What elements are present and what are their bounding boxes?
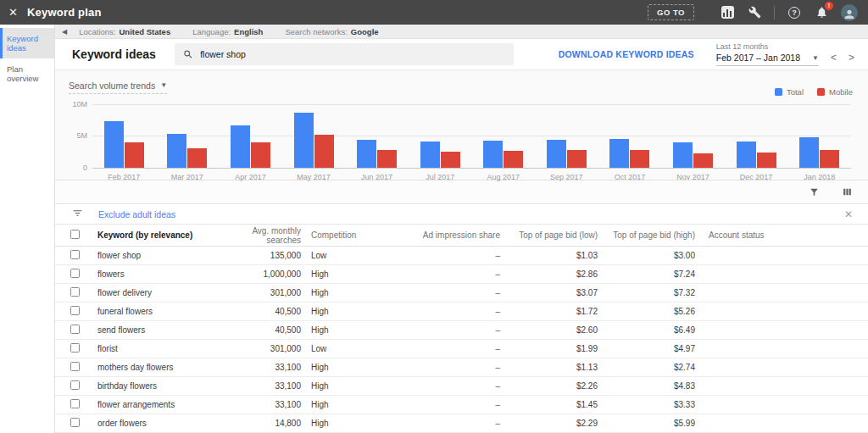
bar-total[interactable] — [737, 142, 756, 168]
cell-bid-low: $2.26 — [500, 381, 598, 391]
cell-competition: High — [301, 269, 377, 279]
reports-icon[interactable] — [720, 5, 735, 20]
page-header: Keyword ideas DOWNLOAD KEYWORD IDEAS Las… — [55, 39, 868, 70]
keyword-search-box[interactable] — [175, 43, 514, 65]
locations-value[interactable]: United States — [119, 27, 170, 36]
chart-metric-selector[interactable]: Search volume trends ▼ — [69, 80, 167, 94]
cell-competition: High — [301, 381, 377, 391]
bar-total[interactable] — [294, 113, 314, 168]
row-checkbox[interactable] — [70, 399, 80, 408]
table-row: flower shop135,000Low–$1.03$3.00 — [55, 247, 868, 265]
avatar[interactable] — [841, 4, 858, 21]
bar-mobile[interactable] — [314, 135, 334, 168]
filter-list-icon[interactable] — [72, 207, 83, 222]
row-checkbox[interactable] — [70, 362, 80, 371]
bar-mobile[interactable] — [820, 150, 839, 168]
bar-mobile[interactable] — [441, 152, 460, 168]
table-row: mothers day flowers33,100High–$1.13$2.74 — [55, 358, 868, 377]
columns-icon[interactable] — [842, 186, 853, 197]
column-header-ad-impression-share[interactable]: Ad impression share — [377, 230, 500, 240]
cell-bid-low: $1.13 — [500, 363, 598, 372]
cell-searches: 1,000,000 — [242, 269, 301, 279]
row-checkbox[interactable] — [70, 287, 80, 297]
remove-filter-icon[interactable]: ✕ — [844, 208, 853, 220]
row-checkbox[interactable] — [70, 380, 80, 390]
sidebar-item-keyword-ideas[interactable]: Keyword ideas — [0, 28, 54, 58]
cell-keyword[interactable]: order flowers — [97, 419, 242, 428]
bar-mobile[interactable] — [693, 153, 713, 168]
table-row: florist301,000Low–$1.99$4.97 — [55, 340, 868, 358]
topbar-divider — [774, 6, 775, 19]
row-checkbox[interactable] — [70, 325, 80, 334]
select-all-checkbox[interactable] — [70, 230, 80, 239]
chevron-down-icon: ▼ — [812, 54, 819, 62]
column-header-bid-high[interactable]: Top of page bid (high) — [598, 230, 695, 240]
table-body: flower shop135,000Low–$1.03$3.00flowers1… — [55, 247, 868, 433]
notifications-icon[interactable]: ! — [814, 5, 829, 20]
column-header-bid-low[interactable]: Top of page bid (low) — [500, 230, 598, 240]
cell-keyword[interactable]: send flowers — [97, 325, 242, 335]
download-keyword-ideas-link[interactable]: DOWNLOAD KEYWORD IDEAS — [559, 49, 694, 59]
bar-total[interactable] — [609, 139, 629, 168]
bar-total[interactable] — [167, 134, 186, 168]
tools-wrench-icon[interactable] — [747, 5, 762, 20]
y-tick-label: 0 — [83, 164, 87, 172]
bar-total[interactable] — [104, 121, 124, 168]
close-icon[interactable]: ✕ — [8, 6, 27, 19]
search-input[interactable] — [200, 49, 505, 59]
bar-total[interactable] — [547, 140, 566, 168]
row-checkbox[interactable] — [70, 269, 80, 278]
cell-keyword[interactable]: florist — [97, 344, 242, 353]
cell-keyword[interactable]: flower shop — [97, 251, 242, 260]
cell-searches: 301,000 — [242, 288, 301, 297]
filter-bar: Exclude adult ideas ✕ — [55, 203, 868, 224]
exclude-adult-ideas-filter[interactable]: Exclude adult ideas — [98, 209, 175, 219]
bar-mobile[interactable] — [377, 150, 397, 168]
filter-icon[interactable] — [809, 186, 820, 197]
cell-keyword[interactable]: funeral flowers — [97, 307, 242, 316]
previous-period-icon[interactable]: < — [831, 52, 837, 66]
bar-mobile[interactable] — [757, 153, 776, 168]
collapse-sidebar-icon[interactable]: ◀ — [62, 28, 67, 36]
bar-total[interactable] — [799, 137, 819, 168]
cell-keyword[interactable]: birthday flowers — [97, 381, 242, 391]
language-value[interactable]: English — [234, 27, 263, 36]
bar-group — [799, 137, 839, 168]
x-axis-label: Apr 2017 — [219, 173, 282, 181]
legend-item-mobile[interactable]: Mobile — [817, 87, 853, 97]
bar-mobile[interactable] — [567, 150, 587, 168]
bar-total[interactable] — [231, 125, 250, 168]
bar-mobile[interactable] — [630, 150, 649, 168]
bar-mobile[interactable] — [125, 142, 144, 168]
bar-total[interactable] — [357, 140, 376, 168]
date-range-dropdown[interactable]: Last 12 months Feb 2017 – Jan 2018 ▼ — [716, 42, 819, 66]
bar-mobile[interactable] — [504, 151, 523, 168]
help-icon[interactable]: ? — [787, 5, 802, 20]
bar-total[interactable] — [420, 142, 440, 168]
cell-keyword[interactable]: flower delivery — [97, 288, 242, 297]
row-checkbox[interactable] — [70, 250, 80, 259]
bar-total[interactable] — [483, 141, 503, 168]
row-checkbox[interactable] — [70, 343, 80, 353]
column-header-competition[interactable]: Competition — [301, 230, 377, 240]
sidebar-item-plan-overview[interactable]: Plan overview — [0, 58, 54, 89]
cell-keyword[interactable]: flower arrangements — [97, 400, 242, 409]
row-checkbox[interactable] — [70, 418, 80, 427]
x-axis-label: Feb 2017 — [92, 173, 156, 181]
next-period-icon[interactable]: > — [849, 52, 854, 66]
bar-group — [294, 113, 334, 168]
networks-value[interactable]: Google — [351, 27, 379, 36]
bar-total[interactable] — [673, 142, 693, 168]
cell-keyword[interactable]: flowers — [97, 269, 242, 279]
row-checkbox[interactable] — [70, 306, 80, 315]
bar-group — [167, 134, 207, 168]
cell-keyword[interactable]: mothers day flowers — [97, 363, 242, 372]
cell-bid-high: $3.00 — [598, 251, 695, 260]
go-to-button[interactable]: GO TO — [648, 4, 694, 20]
column-header-searches[interactable]: Avg. monthly searches — [242, 226, 301, 245]
column-header-keyword[interactable]: Keyword (by relevance) — [97, 230, 242, 240]
bar-mobile[interactable] — [251, 142, 270, 168]
legend-item-total[interactable]: Total — [775, 87, 804, 97]
bar-mobile[interactable] — [187, 148, 207, 168]
column-header-account-status[interactable]: Account status — [695, 230, 868, 240]
